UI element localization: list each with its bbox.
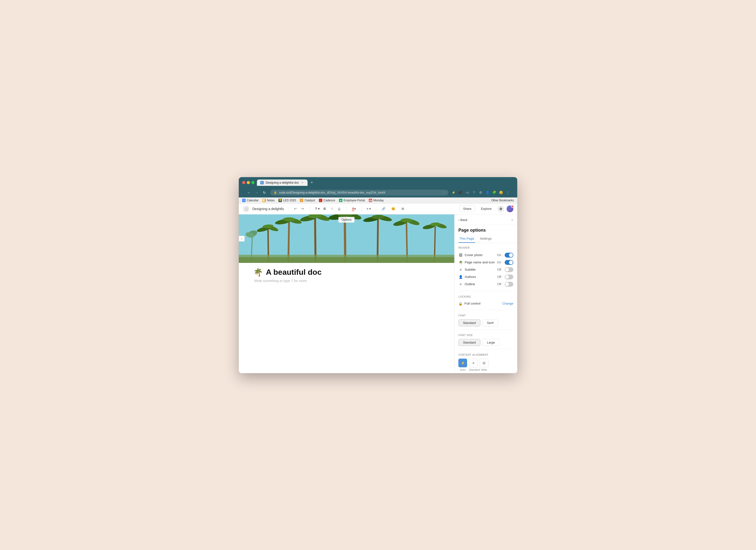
bold-button[interactable]: B [321, 205, 328, 212]
doc-placeholder[interactable]: Write something or type '/' for more [253, 279, 440, 283]
subtitle-label: Subtitle [465, 268, 495, 271]
emoji-button[interactable]: 😊 [390, 205, 397, 212]
outline-toggle[interactable] [505, 282, 513, 287]
monday-icon: 📅 [369, 199, 372, 202]
table-button[interactable]: ⊞ [400, 205, 406, 212]
back-button[interactable]: ← [246, 189, 252, 196]
panel-back-button[interactable]: ‹ Back [458, 218, 511, 222]
settings-gear-button[interactable]: ⚙ [497, 205, 504, 212]
refresh-button[interactable]: ↻ [261, 189, 268, 196]
svg-point-27 [401, 218, 412, 222]
profile-icon[interactable]: 😊 [498, 190, 504, 195]
extension-icon-1[interactable]: ⚡ [451, 190, 456, 195]
doc-area: » Options 🌴 A beautiful doc Write someth… [239, 214, 454, 373]
maximize-window-button[interactable] [251, 181, 255, 184]
subtitle-icon: ≡ [458, 268, 463, 271]
font-size-large-button[interactable]: Large [482, 339, 500, 346]
share-button[interactable]: Share [459, 205, 475, 212]
address-bar: ← → ↻ 🔒 coda.io/d/Designing-a-delightful… [242, 188, 514, 197]
authors-toggle[interactable] [505, 274, 513, 280]
extension-icon-6[interactable]: 👤 [485, 190, 490, 195]
cover-photo-toggle[interactable] [505, 253, 513, 257]
bookmark-employee[interactable]: ▲ Employee Portal [339, 199, 365, 202]
text-style-button[interactable]: T ▾ [314, 205, 321, 212]
star-icon[interactable]: ☆ [443, 191, 445, 194]
menu-button[interactable]: ⋮ [505, 190, 510, 195]
bookmark-notes[interactable]: 📝 Notes [262, 199, 275, 202]
tab-favicon: C [260, 181, 264, 184]
tab-this-page[interactable]: This Page [458, 235, 475, 243]
page-name-icon-toggle[interactable] [505, 260, 513, 265]
undo-button[interactable]: ↩ [292, 205, 299, 212]
close-window-button[interactable] [242, 181, 245, 184]
explore-button[interactable]: Explore [478, 206, 495, 212]
link-button[interactable]: 🔗 [380, 205, 387, 212]
extension-icon-4[interactable]: ? [471, 190, 477, 195]
tabs-row: C Designing a delightful doc × + [257, 179, 514, 186]
font-serif-button[interactable]: Serif [482, 319, 498, 327]
redo-button[interactable]: ↪ [299, 205, 306, 212]
catalyst-icon: ⚡ [300, 199, 303, 202]
page-name-icon-toggle-knob [509, 260, 513, 264]
bookmark-catalyst[interactable]: ⚡ Catalyst [300, 199, 315, 202]
panel-header: ‹ Back × [455, 214, 517, 225]
active-tab[interactable]: C Designing a delightful doc × [257, 179, 308, 186]
bookmark-led[interactable]: 💡 LED 2020 [278, 199, 296, 202]
panel-tabs: This Page Settings [455, 235, 517, 243]
tab-close-button[interactable]: × [301, 181, 304, 184]
font-size-section-label: FONT SIZE [458, 334, 513, 337]
outline-icon: ≡ [458, 282, 463, 286]
toolbar-divider-2 [310, 206, 310, 211]
other-bookmarks[interactable]: Other Bookmarks [491, 199, 514, 202]
locking-label: Full control [464, 302, 502, 305]
alignment-auto-button[interactable]: ⚡ [458, 359, 467, 367]
back-chevron-icon: ‹ [458, 218, 459, 222]
alignment-standard-button[interactable]: ≡ [469, 359, 478, 367]
locking-change-button[interactable]: Change [502, 302, 513, 305]
subtitle-toggle[interactable] [505, 267, 513, 272]
collapse-sidebar-button[interactable]: » [239, 236, 245, 241]
tab-settings[interactable]: Settings [479, 235, 493, 243]
forward-button[interactable]: → [253, 189, 260, 196]
font-section-label: FONT [458, 314, 513, 317]
page-name-icon: 🌴 [458, 260, 463, 264]
toolbar-divider-4 [361, 206, 362, 211]
bookmark-calendar-label: Calendar [247, 199, 259, 202]
extension-icon-5[interactable]: ⚙ [478, 190, 483, 195]
authors-icon: 👤 [458, 275, 463, 279]
subtitle-row: ≡ Subtitle Off [458, 266, 513, 273]
panel-divider-2 [458, 310, 513, 310]
bookmark-led-label: LED 2020 [283, 199, 296, 202]
alignment-wide-button[interactable]: ⊟ [480, 359, 488, 367]
bookmark-cadence[interactable]: 🔺 Cadence [319, 199, 335, 202]
extensions-button[interactable]: 🧩 [492, 190, 497, 195]
doc-heading[interactable]: A beautiful doc [266, 268, 322, 277]
italic-button[interactable]: I [329, 205, 335, 212]
format-group: T ▾ B I U [314, 205, 343, 212]
url-bar[interactable]: 🔒 coda.io/d/Designing-a-delightful-doc_d… [270, 190, 448, 195]
panel-close-button[interactable]: × [511, 218, 513, 222]
options-button[interactable]: Options [338, 217, 355, 223]
underline-button[interactable]: U [336, 205, 343, 212]
notification-badge: 2 [511, 205, 514, 208]
font-standard-button[interactable]: Standard [458, 319, 480, 327]
locking-section-label: LOCKING [458, 296, 513, 298]
title-bar: C Designing a delightful doc × + ← → ↻ 🔒… [239, 177, 517, 197]
tab-title: Designing a delightful doc [266, 181, 299, 184]
minimize-window-button[interactable] [247, 181, 250, 184]
locking-section: LOCKING 🔒 Full control Change [455, 292, 517, 309]
bookmark-monday[interactable]: 📅 Monday [369, 199, 384, 202]
new-tab-button[interactable]: + [309, 179, 315, 186]
other-bookmarks-label: Other Bookmarks [491, 199, 514, 202]
outline-row: ≡ Outline Off [458, 281, 513, 288]
font-size-standard-button[interactable]: Standard [458, 339, 480, 346]
extension-icon-2[interactable]: ⬛ [458, 190, 463, 195]
font-size-section: FONT SIZE Standard Large [455, 331, 517, 348]
font-color-button[interactable]: A ▾ [351, 205, 357, 212]
cover-photo-value: On [497, 253, 501, 257]
align-button[interactable]: ≡ ▾ [365, 205, 372, 212]
header-section-label: HEADER [458, 246, 513, 249]
extension-icon-3[interactable]: 📹 [464, 190, 470, 195]
bookmark-calendar[interactable]: G Calendar [242, 199, 259, 202]
content-alignment-section: CONTENT ALIGNMENT ⚡ ≡ ⊟ Auto Standard Wi… [455, 350, 517, 373]
